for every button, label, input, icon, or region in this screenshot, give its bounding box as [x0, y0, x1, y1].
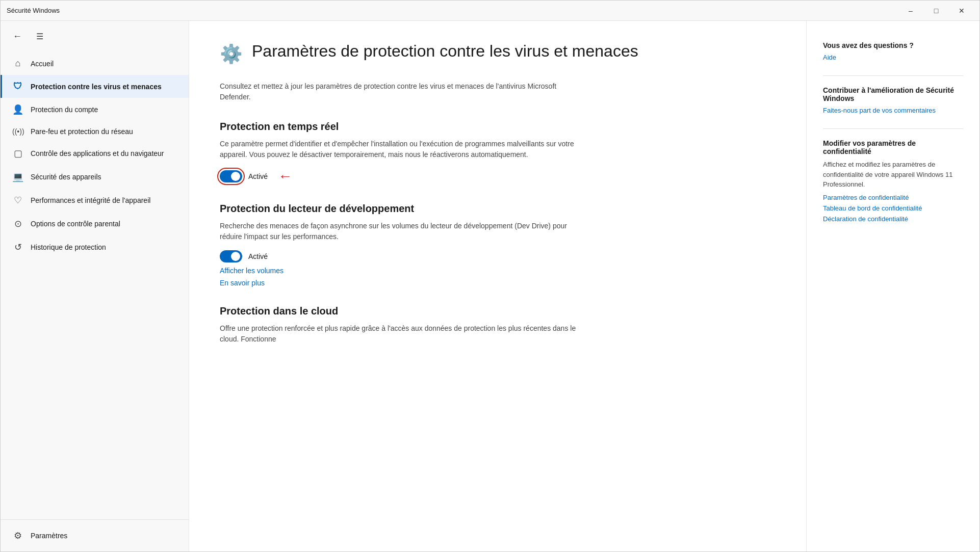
right-help-section: Vous avez des questions ? Aide [823, 41, 963, 61]
sidebar-item-parametres[interactable]: ⚙ Paramètres [1, 524, 189, 547]
sidebar-nav: ⌂ Accueil 🛡 Protection contre les virus … [1, 52, 189, 519]
close-button[interactable]: ✕ [950, 3, 973, 19]
toggle-row-temps-reel: Activé ← [220, 168, 776, 185]
sidebar-item-label: Historique de protection [31, 243, 106, 251]
toggle-row-dev-drive: Activé [220, 250, 776, 262]
sidebar-item-label: Pare-feu et protection du réseau [31, 127, 133, 136]
toggle-label-dev-drive: Activé [248, 252, 268, 260]
network-icon: ((•)) [12, 127, 23, 136]
page-header: ⚙️ Paramètres de protection contre les v… [220, 41, 776, 65]
toggle-slider-dev-drive [220, 250, 242, 262]
sidebar: ← ☰ ⌂ Accueil 🛡 Protection contre les vi… [1, 21, 189, 551]
main-area: ← ☰ ⌂ Accueil 🛡 Protection contre les vi… [1, 21, 979, 551]
aide-link[interactable]: Aide [823, 54, 963, 61]
divider-1 [823, 75, 963, 76]
toggle-dev-drive[interactable] [220, 250, 242, 262]
browser-icon: ▢ [12, 148, 23, 159]
titlebar: Sécurité Windows – □ ✕ [1, 1, 979, 21]
settings-icon: ⚙ [12, 530, 23, 541]
section-desc-dev-drive: Recherche des menaces de façon asynchron… [220, 221, 577, 242]
health-icon: ♡ [12, 195, 23, 206]
page-description: Consultez et mettez à jour les paramètre… [220, 81, 577, 102]
sidebar-item-label: Options de contrôle parental [31, 220, 120, 228]
maximize-button[interactable]: □ [924, 3, 948, 19]
right-privacy-section: Modifier vos paramètres de confidentiali… [823, 139, 963, 223]
right-help-title: Vous avez des questions ? [823, 41, 963, 49]
window-controls: – □ ✕ [899, 3, 973, 19]
section-title-temps-reel: Protection en temps réel [220, 121, 776, 133]
sidebar-bottom: ⚙ Paramètres [1, 519, 189, 551]
user-icon: 👤 [12, 104, 23, 115]
sidebar-top: ← ☰ [1, 25, 189, 52]
divider-2 [823, 128, 963, 129]
sidebar-item-compte[interactable]: 👤 Protection du compte [1, 98, 189, 121]
back-button[interactable]: ← [9, 29, 26, 44]
content-area: ⚙️ Paramètres de protection contre les v… [189, 21, 806, 551]
toggle-label-temps-reel: Activé [248, 172, 268, 180]
section-cloud: Protection dans le cloud Offre une prote… [220, 305, 776, 345]
sidebar-item-label: Contrôle des applications et du navigate… [31, 149, 164, 157]
right-improve-title: Contribuer à l'amélioration de Sécurité … [823, 86, 963, 102]
window-title: Sécurité Windows [7, 7, 60, 14]
page-settings-icon: ⚙️ [220, 43, 243, 65]
sidebar-item-parefeu[interactable]: ((•)) Pare-feu et protection du réseau [1, 121, 189, 142]
right-privacy-title: Modifier vos paramètres de confidentiali… [823, 139, 963, 155]
sidebar-item-label: Protection contre les virus et menaces [31, 83, 162, 91]
parental-icon: ⊙ [12, 218, 23, 229]
sidebar-item-virus[interactable]: 🛡 Protection contre les virus et menaces [1, 75, 189, 98]
toggle-slider-temps-reel [220, 170, 242, 182]
section-desc-cloud: Offre une protection renforcée et plus r… [220, 323, 577, 345]
sidebar-item-parental[interactable]: ⊙ Options de contrôle parental [1, 212, 189, 235]
section-dev-drive: Protection du lecteur de développement R… [220, 203, 776, 287]
right-panel: Vous avez des questions ? Aide Contribue… [806, 21, 979, 551]
home-icon: ⌂ [12, 58, 23, 69]
sidebar-item-appli[interactable]: ▢ Contrôle des applications et du naviga… [1, 142, 189, 165]
sidebar-item-label: Protection du compte [31, 106, 98, 114]
red-arrow-icon: ← [278, 168, 292, 185]
arrow-annotation: ← [278, 168, 292, 185]
param-conf-link[interactable]: Paramètres de confidentialité [823, 194, 963, 201]
section-desc-temps-reel: Ce paramètre permet d'identifier et d'em… [220, 139, 577, 160]
section-title-dev-drive: Protection du lecteur de développement [220, 203, 776, 215]
afficher-volumes-link[interactable]: Afficher les volumes [220, 267, 776, 275]
sidebar-item-label: Accueil [31, 60, 54, 68]
minimize-button[interactable]: – [899, 3, 922, 19]
page-title: Paramètres de protection contre les viru… [252, 41, 638, 61]
decl-conf-link[interactable]: Déclaration de confidentialité [823, 215, 963, 223]
menu-button[interactable]: ☰ [32, 30, 47, 43]
sidebar-item-performances[interactable]: ♡ Performances et intégrité de l'apparei… [1, 189, 189, 212]
window: Sécurité Windows – □ ✕ ← ☰ ⌂ Accueil 🛡 P… [0, 0, 980, 552]
sidebar-item-historique[interactable]: ↺ Historique de protection [1, 235, 189, 259]
history-icon: ↺ [12, 242, 23, 253]
toggle-temps-reel[interactable] [220, 170, 242, 182]
sidebar-item-label: Performances et intégrité de l'appareil [31, 196, 150, 204]
tableau-conf-link[interactable]: Tableau de bord de confidentialité [823, 204, 963, 212]
sidebar-item-appareils[interactable]: 💻 Sécurité des appareils [1, 165, 189, 189]
right-improve-section: Contribuer à l'amélioration de Sécurité … [823, 86, 963, 114]
sidebar-item-label: Paramètres [31, 532, 67, 540]
sidebar-item-accueil[interactable]: ⌂ Accueil [1, 52, 189, 75]
device-icon: 💻 [12, 171, 23, 182]
shield-icon: 🛡 [12, 81, 23, 92]
section-title-cloud: Protection dans le cloud [220, 305, 776, 317]
en-savoir-plus-link[interactable]: En savoir plus [220, 279, 776, 287]
commentaires-link[interactable]: Faites-nous part de vos commentaires [823, 107, 963, 114]
section-temps-reel: Protection en temps réel Ce paramètre pe… [220, 121, 776, 185]
sidebar-item-label: Sécurité des appareils [31, 173, 101, 181]
right-privacy-desc: Affichez et modifiez les paramètres de c… [823, 160, 963, 190]
